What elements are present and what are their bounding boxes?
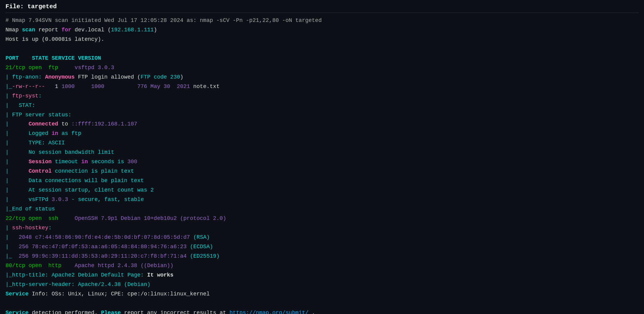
line-port-header: PORT STATE SERVICE VERSION: [5, 54, 639, 63]
line-host-up: Host is up (0.00081s latency).: [5, 35, 639, 44]
line-logged-in: | Logged in as ftp: [5, 129, 639, 138]
line-stat: | STAT:: [5, 101, 639, 110]
line-service-info: Service Info: OSs: Unix, Linux; CPE: cpe…: [5, 289, 639, 299]
line-http-server: |_http-server-header: Apache/2.4.38 (Deb…: [5, 280, 639, 289]
line-at-session: | At session startup, client count was 2: [5, 185, 639, 195]
line-control: | Control connection is plain text: [5, 167, 639, 176]
line-service-detect: Service detection performed. Please repo…: [5, 308, 639, 314]
line-nmap-report: Nmap scan report for dev.local (192.168.…: [5, 25, 639, 35]
line-vsftpd: | vsFTPd 3.0.3 - secure, fast, stable: [5, 195, 639, 204]
line-ftp-syst: | ftp-syst:: [5, 91, 639, 101]
terminal-window: File: targeted # Nmap 7.94SVN scan initi…: [0, 0, 644, 314]
line-ftp-status: | FTP server status:: [5, 110, 639, 120]
line-ssh-hostkey: | ssh-hostkey:: [5, 223, 639, 233]
line-ed25519: |_ 256 99:9c:39:11:dd:35:53:a0:29:11:20:…: [5, 252, 639, 261]
line-session-timeout: | Session timeout in seconds is 300: [5, 157, 639, 167]
line-blank2: [5, 299, 639, 308]
line-port80: 80/tcp open http Apache httpd 2.4.38 ((D…: [5, 261, 639, 270]
line-blank1: [5, 44, 639, 54]
line-comment1: # Nmap 7.94SVN scan initiated Wed Jul 17…: [5, 16, 639, 25]
line-ftp-anon: | ftp-anon: Anonymous FTP login allowed …: [5, 72, 639, 82]
title-bar: File: targeted: [5, 3, 639, 13]
title-text: File: targeted: [5, 3, 57, 10]
line-end-status: |_End of status: [5, 204, 639, 214]
line-no-session: | No session bandwidth limit: [5, 148, 639, 157]
line-rsa: | 2048 c7:44:58:86:90:fd:e4:de:5b:0d:bf:…: [5, 233, 639, 242]
line-ftp-file: |_-rw-r--r-- 1 1000 1000 776 May 30 2021…: [5, 82, 639, 91]
line-port22: 22/tcp open ssh OpenSSH 7.9p1 Debian 10+…: [5, 214, 639, 223]
line-http-title: |_http-title: Apache2 Debian Default Pag…: [5, 270, 639, 280]
line-connected: | Connected to ::ffff:192.168.1.107: [5, 119, 639, 129]
line-ecdsa: | 256 78:ec:47:0f:0f:53:aa:a6:05:48:84:8…: [5, 242, 639, 252]
line-port21: 21/tcp open ftp vsftpd 3.0.3: [5, 63, 639, 72]
line-type: | TYPE: ASCII: [5, 138, 639, 148]
line-data-conn: | Data connections will be plain text: [5, 176, 639, 185]
